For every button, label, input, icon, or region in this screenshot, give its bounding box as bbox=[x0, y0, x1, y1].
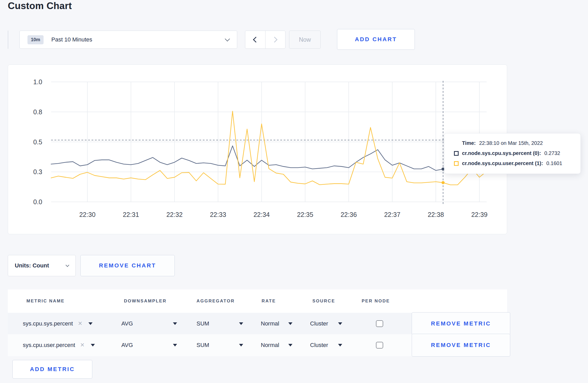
add-metric-button[interactable]: ADD METRIC bbox=[12, 360, 92, 379]
remove-metric-button[interactable]: REMOVE METRIC bbox=[412, 312, 510, 335]
x-axis-tick-label: 22:31 bbox=[123, 211, 139, 218]
caret-down-icon bbox=[173, 322, 177, 325]
metrics-table: METRIC NAME DOWNSAMPLER AGGREGATOR RATE … bbox=[8, 289, 507, 356]
chart-svg[interactable]: 0.00.30.50.81.022:3022:3122:3222:3322:34… bbox=[8, 65, 507, 234]
time-range-label: Past 10 Minutes bbox=[51, 36, 92, 43]
source-value: Cluster bbox=[310, 320, 328, 327]
series-line-1 bbox=[51, 111, 487, 185]
toolbar-divider bbox=[8, 31, 8, 49]
y-axis-tick-label: 0.0 bbox=[33, 198, 42, 205]
chart-tooltip: Time: 22:38:10 on Mar 15th, 2022 cr.node… bbox=[444, 133, 581, 174]
aggregator-select[interactable]: SUM bbox=[197, 313, 243, 334]
time-range-badge: 10m bbox=[27, 35, 44, 44]
chevron-left-icon bbox=[253, 37, 259, 43]
downsampler-select[interactable]: AVG bbox=[121, 313, 177, 334]
x-axis-tick-label: 22:37 bbox=[384, 211, 401, 218]
downsampler-value: AVG bbox=[121, 320, 133, 327]
x-axis-tick-label: 22:35 bbox=[297, 211, 313, 218]
caret-down-icon bbox=[173, 344, 177, 346]
x-axis-tick-label: 22:34 bbox=[254, 211, 270, 218]
tooltip-time-label: Time: bbox=[462, 140, 476, 146]
per-node-checkbox[interactable] bbox=[376, 342, 383, 349]
source-select[interactable]: Cluster bbox=[310, 334, 342, 356]
tooltip-series-row: cr.node.sys.cpu.user.percent (1): 0.1601 bbox=[454, 160, 573, 166]
rate-select[interactable]: Normal bbox=[261, 334, 292, 356]
x-axis-tick-label: 22:38 bbox=[428, 211, 444, 218]
col-header-metric-name: METRIC NAME bbox=[26, 289, 65, 313]
chevron-right-icon bbox=[271, 37, 277, 43]
series-1-swatch-icon bbox=[454, 161, 459, 166]
downsampler-value: AVG bbox=[121, 342, 133, 349]
aggregator-value: SUM bbox=[197, 320, 209, 327]
remove-metric-button[interactable]: REMOVE METRIC bbox=[412, 334, 510, 357]
add-chart-button[interactable]: ADD CHART bbox=[337, 29, 415, 50]
metrics-table-header: METRIC NAME DOWNSAMPLER AGGREGATOR RATE … bbox=[8, 289, 507, 313]
next-time-button[interactable] bbox=[265, 31, 285, 48]
caret-down-icon bbox=[239, 344, 243, 346]
table-row: sys.cpu.user.percent × AVG SUM Normal Cl… bbox=[8, 334, 507, 356]
clear-metric-icon[interactable]: × bbox=[78, 320, 82, 327]
tooltip-series-0-label: cr.node.sys.cpu.sys.percent (0): bbox=[462, 150, 541, 156]
series-0-swatch-icon bbox=[454, 151, 459, 156]
clear-metric-icon[interactable]: × bbox=[80, 342, 85, 349]
per-node-checkbox[interactable] bbox=[376, 320, 383, 327]
units-label: Units: Count bbox=[15, 262, 49, 269]
y-axis-tick-label: 0.5 bbox=[33, 138, 42, 146]
caret-down-icon bbox=[91, 344, 95, 346]
aggregator-select[interactable]: SUM bbox=[197, 334, 243, 356]
hover-dot-1 bbox=[442, 181, 445, 184]
y-axis-tick-label: 0.8 bbox=[33, 108, 42, 116]
tooltip-time-row: Time: 22:38:10 on Mar 15th, 2022 bbox=[454, 140, 573, 146]
tooltip-series-row: cr.node.sys.cpu.sys.percent (0): 0.2732 bbox=[454, 150, 573, 156]
units-dropdown[interactable]: Units: Count bbox=[8, 255, 76, 276]
prev-time-button[interactable] bbox=[245, 31, 265, 48]
rate-value: Normal bbox=[261, 342, 279, 349]
time-range-dropdown[interactable]: 10m Past 10 Minutes bbox=[19, 31, 237, 49]
now-button[interactable]: Now bbox=[289, 31, 321, 49]
x-axis-tick-label: 22:33 bbox=[210, 211, 226, 218]
metric-name: sys.cpu.sys.percent bbox=[23, 320, 73, 327]
x-axis-tick-label: 22:30 bbox=[79, 211, 96, 218]
tooltip-series-1-label: cr.node.sys.cpu.user.percent (1): bbox=[462, 160, 543, 166]
caret-down-icon bbox=[338, 344, 342, 346]
page-title: Custom Chart bbox=[8, 1, 72, 11]
tooltip-series-1-value: 0.1601 bbox=[546, 160, 562, 166]
caret-down-icon bbox=[88, 322, 93, 325]
chevron-down-icon bbox=[225, 36, 230, 41]
col-header-downsampler: DOWNSAMPLER bbox=[124, 289, 166, 313]
table-row: sys.cpu.sys.percent × AVG SUM Normal Clu… bbox=[8, 313, 507, 334]
source-select[interactable]: Cluster bbox=[310, 313, 342, 334]
col-header-aggregator: AGGREGATOR bbox=[197, 289, 235, 313]
chart-card: 0.00.30.50.81.022:3022:3122:3222:3322:34… bbox=[8, 65, 507, 234]
aggregator-value: SUM bbox=[197, 342, 209, 349]
downsampler-select[interactable]: AVG bbox=[121, 334, 177, 356]
caret-down-icon bbox=[288, 322, 292, 325]
y-axis-tick-label: 0.3 bbox=[33, 168, 42, 175]
tooltip-time-value: 22:38:10 on Mar 15th, 2022 bbox=[479, 140, 543, 146]
rate-select[interactable]: Normal bbox=[261, 313, 292, 334]
col-header-source: SOURCE bbox=[312, 289, 335, 313]
source-value: Cluster bbox=[310, 342, 328, 349]
chevron-down-icon bbox=[66, 263, 69, 267]
rate-value: Normal bbox=[261, 320, 279, 327]
metric-select[interactable]: sys.cpu.user.percent × bbox=[23, 334, 95, 356]
caret-down-icon bbox=[239, 322, 243, 325]
tooltip-series-0-value: 0.2732 bbox=[544, 150, 560, 156]
caret-down-icon bbox=[338, 322, 342, 325]
x-axis-tick-label: 22:32 bbox=[166, 211, 183, 218]
remove-chart-button[interactable]: REMOVE CHART bbox=[80, 255, 175, 276]
metric-name: sys.cpu.user.percent bbox=[23, 342, 75, 349]
col-header-per-node: PER NODE bbox=[362, 289, 390, 313]
time-pager bbox=[245, 31, 285, 49]
y-axis-tick-label: 1.0 bbox=[33, 78, 42, 86]
x-axis-tick-label: 22:36 bbox=[341, 211, 357, 218]
caret-down-icon bbox=[288, 344, 292, 346]
col-header-rate: RATE bbox=[262, 289, 276, 313]
x-axis-tick-label: 22:39 bbox=[471, 211, 488, 218]
metric-select[interactable]: sys.cpu.sys.percent × bbox=[23, 313, 93, 334]
